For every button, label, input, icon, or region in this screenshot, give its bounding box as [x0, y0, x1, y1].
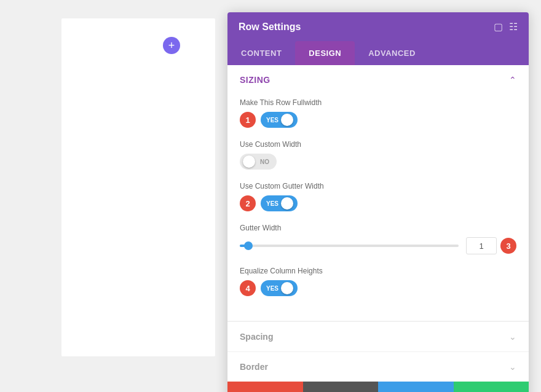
- fullwidth-toggle[interactable]: YES: [261, 112, 298, 128]
- tab-content[interactable]: Content: [227, 41, 295, 65]
- panel-header-icons: ▢ ☷: [494, 21, 518, 33]
- border-section-header[interactable]: Border ⌄: [227, 352, 529, 382]
- panel-header: Row Settings ▢ ☷: [227, 12, 529, 41]
- custom-width-toggle-group: NO: [240, 154, 516, 170]
- gutter-width-label: Gutter Width: [240, 224, 516, 232]
- fullwidth-setting: Make This Row Fullwidth 1 YES: [240, 98, 516, 128]
- fullwidth-label: Make This Row Fullwidth: [240, 98, 516, 107]
- fullwidth-toggle-group: 1 YES: [240, 112, 516, 128]
- plus-icon: +: [168, 39, 175, 52]
- border-title: Border: [240, 362, 268, 372]
- panel-body: Sizing ⌃ Make This Row Fullwidth 1 YES: [227, 65, 529, 382]
- toggle-no-label: NO: [258, 159, 272, 165]
- custom-gutter-toggle-group: 2 YES: [240, 195, 516, 211]
- toggle-knob-no: [243, 155, 255, 168]
- custom-width-label: Use Custom Width: [240, 140, 516, 149]
- cancel-button[interactable]: ✕: [227, 382, 303, 392]
- tab-advanced[interactable]: Advanced: [355, 41, 429, 65]
- gutter-width-slider-row: 3: [240, 237, 516, 254]
- sizing-chevron-icon: ⌃: [509, 75, 516, 85]
- custom-width-toggle[interactable]: NO: [240, 154, 277, 170]
- equalize-label: Equalize Column Heights: [240, 267, 516, 275]
- add-row-button[interactable]: +: [163, 37, 180, 54]
- save-icon: ✓: [486, 390, 496, 392]
- equalize-toggle[interactable]: YES: [261, 280, 298, 296]
- spacing-section-header[interactable]: Spacing ⌄: [227, 322, 529, 351]
- reset-button[interactable]: ↻: [303, 382, 379, 392]
- tab-bar: Content Design Advanced: [227, 41, 529, 65]
- custom-gutter-label: Use Custom Gutter Width: [240, 182, 516, 190]
- reset-icon: ↻: [336, 390, 345, 392]
- border-chevron-icon: ⌄: [509, 362, 516, 372]
- equalize-badge: 4: [240, 280, 256, 296]
- gutter-value-input[interactable]: [466, 237, 497, 254]
- cancel-icon: ✕: [261, 390, 270, 392]
- save-button[interactable]: ✓: [454, 382, 529, 392]
- sizing-title: Sizing: [240, 75, 270, 85]
- row-settings-panel: Row Settings ▢ ☷ Content Design Advanced…: [227, 12, 529, 392]
- sizing-section-body: Make This Row Fullwidth 1 YES Use Custom…: [227, 95, 529, 321]
- slider-track[interactable]: [240, 245, 459, 247]
- canvas-block: [61, 18, 215, 356]
- fullwidth-badge: 1: [240, 112, 256, 128]
- toggle-knob: [281, 114, 293, 126]
- sizing-section-header[interactable]: Sizing ⌃: [227, 65, 529, 95]
- toggle-yes-label-2: YES: [264, 200, 281, 207]
- panel-title: Row Settings: [239, 22, 301, 33]
- spacing-section: Spacing ⌄: [227, 321, 529, 351]
- toggle-knob-2: [281, 197, 293, 210]
- spacing-title: Spacing: [240, 332, 273, 342]
- custom-gutter-setting: Use Custom Gutter Width 2 YES: [240, 182, 516, 211]
- bottom-toolbar: ✕ ↻ ↺ ✓: [227, 382, 529, 392]
- border-section: Border ⌄: [227, 351, 529, 382]
- equalize-toggle-group: 4 YES: [240, 280, 516, 296]
- toggle-yes-label: YES: [264, 117, 281, 123]
- toggle-yes-label-4: YES: [264, 285, 281, 292]
- slider-thumb[interactable]: [244, 241, 253, 250]
- gutter-badge: 3: [500, 238, 516, 254]
- equalize-setting: Equalize Column Heights 4 YES: [240, 267, 516, 296]
- custom-width-setting: Use Custom Width NO: [240, 140, 516, 170]
- refresh-button[interactable]: ↺: [378, 382, 454, 392]
- gutter-width-setting: Gutter Width 3: [240, 224, 516, 254]
- custom-gutter-badge: 2: [240, 195, 256, 211]
- slider-input-group: 3: [466, 237, 516, 254]
- sizing-section: Sizing ⌃ Make This Row Fullwidth 1 YES: [227, 65, 529, 321]
- refresh-icon: ↺: [411, 390, 421, 392]
- toggle-knob-4: [281, 282, 293, 294]
- wireframe-icon[interactable]: ▢: [494, 21, 503, 33]
- tab-design[interactable]: Design: [295, 41, 355, 65]
- spacing-chevron-icon: ⌄: [509, 332, 516, 342]
- custom-gutter-toggle[interactable]: YES: [261, 195, 298, 211]
- grid-icon[interactable]: ☷: [509, 21, 518, 33]
